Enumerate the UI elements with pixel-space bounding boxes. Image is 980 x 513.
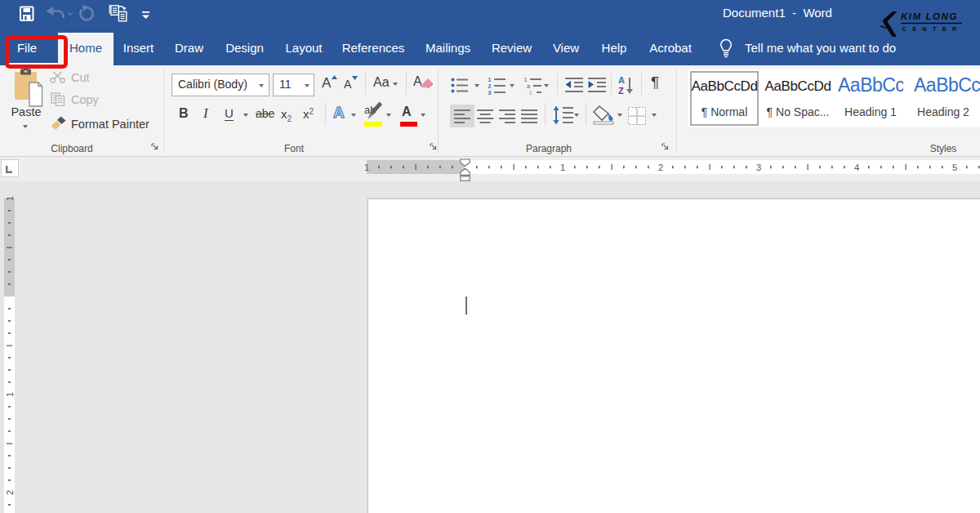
svg-text:4: 4 [854, 163, 859, 172]
svg-text:1: 1 [5, 392, 15, 397]
svg-text:KIM LONG: KIM LONG [901, 11, 958, 21]
svg-text:A: A [618, 75, 625, 85]
svg-text:3: 3 [488, 90, 492, 96]
svg-text:2: 2 [488, 83, 492, 89]
svg-text:3: 3 [756, 163, 761, 172]
svg-text:5: 5 [952, 163, 957, 172]
svg-text:Z: Z [618, 86, 624, 96]
svg-text:2: 2 [658, 163, 663, 172]
svg-text:a: a [527, 83, 530, 89]
svg-text:i: i [530, 90, 532, 96]
svg-text:1: 1 [364, 163, 369, 172]
svg-text:CENTER: CENTER [902, 25, 963, 33]
svg-text:1: 1 [560, 163, 565, 172]
svg-text:2: 2 [5, 490, 15, 495]
svg-text:1: 1 [524, 77, 528, 83]
svg-text:1: 1 [488, 77, 492, 83]
svg-text:1: 1 [5, 196, 15, 201]
